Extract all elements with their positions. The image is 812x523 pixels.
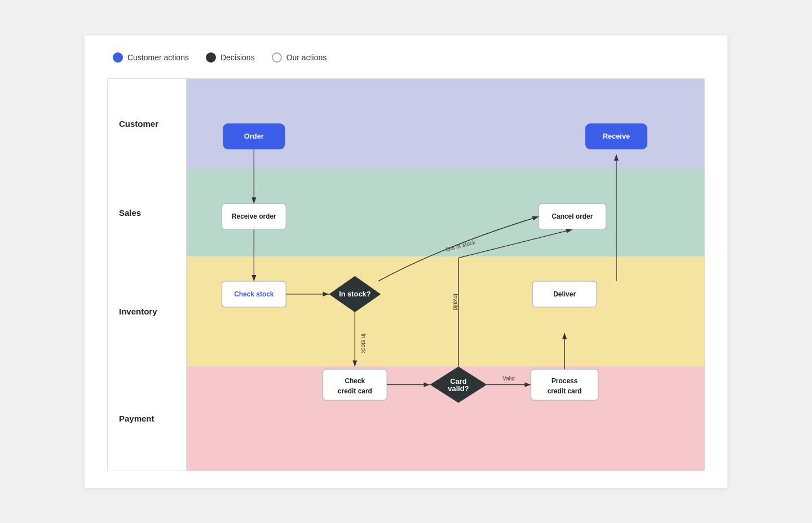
lane-label-payment: Payment xyxy=(108,366,186,471)
check-stock-label: Check stock xyxy=(234,290,274,298)
legend-dot-blue xyxy=(113,52,123,63)
valid-label: Valid xyxy=(502,375,515,382)
process-credit-label2: credit card xyxy=(548,387,582,395)
lanes-content: Order Receive Receive order Cancel order… xyxy=(187,79,704,471)
invalid-label: Invalid xyxy=(452,294,458,310)
lanes-labels: Customer Sales Inventory Payment xyxy=(108,79,187,471)
legend-our-actions: Our actions xyxy=(272,52,327,63)
page-container: Customer actions Decisions Our actions C… xyxy=(85,36,727,488)
deliver-label: Deliver xyxy=(553,290,576,298)
lane-label-inventory: Inventory xyxy=(108,256,186,366)
legend-dot-dark xyxy=(206,52,216,63)
legend-dot-outline xyxy=(272,52,282,63)
legend-label-our-actions: Our actions xyxy=(286,53,327,62)
receive-order-label: Receive order xyxy=(232,212,276,220)
legend-decisions: Decisions xyxy=(206,52,255,63)
diagram-svg: Order Receive Receive order Cancel order… xyxy=(187,79,704,471)
card-valid-label1: Card xyxy=(450,376,466,385)
check-credit-label1: Check xyxy=(345,377,365,385)
legend-customer-actions: Customer actions xyxy=(113,52,189,63)
legend: Customer actions Decisions Our actions xyxy=(107,52,705,63)
cancel-order-label: Cancel order xyxy=(551,212,593,220)
process-credit-label1: Process xyxy=(551,377,578,385)
order-label: Order xyxy=(244,132,264,140)
card-valid-label2: valid? xyxy=(448,384,469,393)
receive-label: Receive xyxy=(603,132,630,140)
check-credit-label2: credit card xyxy=(338,387,372,395)
out-of-stock-label: Out of stock xyxy=(445,238,476,252)
legend-label-decisions: Decisions xyxy=(220,53,255,62)
lane-label-customer: Customer xyxy=(108,79,186,169)
diagram-wrapper: Customer Sales Inventory Payment Order xyxy=(107,78,705,471)
lane-label-sales: Sales xyxy=(108,169,186,256)
in-stock-label: In stock? xyxy=(339,290,371,298)
legend-label-customer: Customer actions xyxy=(127,53,189,62)
in-stock-label-edge: In stock xyxy=(360,333,367,353)
